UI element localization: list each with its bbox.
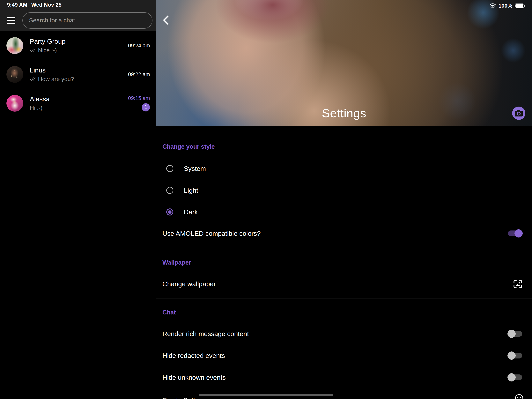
section-heading-style: Change your style (162, 143, 215, 150)
back-button[interactable] (162, 15, 171, 25)
avatar-party-group (6, 37, 23, 54)
radio-label: Dark (184, 208, 198, 216)
sidebar-header: 9:49 AM Wed Nov 25 (0, 0, 156, 31)
chat-time: 09:22 am (128, 71, 150, 77)
radio-row-dark[interactable]: Dark (166, 207, 198, 217)
read-receipt-icon (30, 77, 36, 81)
hide-redacted-events-switch[interactable] (508, 353, 522, 359)
chat-list-sidebar: 9:49 AM Wed Nov 25 Party Group (0, 0, 156, 399)
battery-percent: 100% (498, 3, 512, 9)
hide-unknown-events-label: Hide unknown events (162, 374, 226, 381)
hide-unknown-events-switch[interactable] (508, 374, 522, 380)
chat-row-party-group[interactable]: Party Group Nice :-) 09:24 am (0, 31, 156, 60)
avatar-alessa (6, 95, 23, 112)
camera-icon (515, 110, 523, 116)
chat-last-message: How are you? (38, 76, 74, 82)
radio-light[interactable] (166, 187, 173, 194)
hamburger-menu-icon[interactable] (7, 17, 15, 24)
settings-header-photo: 100% Settings (156, 0, 532, 126)
wifi-icon (489, 3, 496, 8)
chat-list: Party Group Nice :-) 09:24 am (0, 31, 156, 118)
page-title: Settings (156, 106, 532, 120)
radio-label: System (184, 165, 206, 172)
radio-row-light[interactable]: Light (166, 186, 198, 195)
radio-system[interactable] (166, 165, 173, 172)
emote-settings-label[interactable]: Emote Settings (162, 396, 207, 399)
section-heading-chat: Chat (162, 309, 176, 316)
radio-row-system[interactable]: System (166, 164, 206, 173)
chat-last-message: Hi :-) (30, 105, 43, 111)
change-wallpaper-label[interactable]: Change wallpaper (162, 280, 216, 288)
render-rich-content-label: Render rich message content (162, 330, 249, 338)
section-divider (156, 248, 532, 248)
section-divider (156, 298, 532, 298)
battery-icon (515, 4, 525, 8)
section-heading-wallpaper: Wallpaper (162, 259, 191, 266)
status-bar-right: 100% (489, 3, 525, 9)
chat-time: 09:15 am (128, 95, 150, 101)
unread-count-badge: 1 (142, 103, 150, 111)
chat-last-message: Nice :-) (38, 47, 57, 54)
chat-row-linus[interactable]: Linus How are you? 09:22 am (0, 60, 156, 89)
settings-panel: 100% Settings Change your style (156, 0, 532, 399)
home-indicator[interactable] (199, 394, 333, 396)
chat-row-alessa[interactable]: Alessa Hi :-) 09:15 am 1 (0, 89, 156, 118)
status-bar-left: 9:49 AM Wed Nov 25 (7, 2, 62, 8)
read-receipt-icon (30, 48, 36, 52)
app-root: 9:49 AM Wed Nov 25 Party Group (0, 0, 532, 399)
chat-name: Party Group (30, 38, 128, 45)
change-photo-button[interactable] (512, 107, 525, 120)
search-input[interactable] (22, 12, 152, 29)
status-time: 9:49 AM (7, 2, 27, 8)
hide-redacted-events-label: Hide redacted events (162, 352, 225, 360)
chat-time: 09:24 am (128, 43, 150, 49)
chevron-left-icon (162, 15, 171, 25)
avatar-linus (6, 66, 23, 83)
search-field-wrap (22, 12, 152, 29)
emoji-smiley-icon[interactable] (515, 394, 524, 399)
amoled-switch[interactable] (508, 231, 522, 236)
wallpaper-image-icon[interactable] (513, 279, 523, 289)
status-date: Wed Nov 25 (31, 2, 62, 8)
radio-dark[interactable] (166, 208, 173, 215)
chat-name: Alessa (30, 95, 128, 103)
amoled-label: Use AMOLED compatible colors? (162, 230, 261, 237)
chat-name: Linus (30, 66, 128, 74)
radio-label: Light (184, 187, 198, 194)
render-rich-content-switch[interactable] (508, 331, 522, 337)
